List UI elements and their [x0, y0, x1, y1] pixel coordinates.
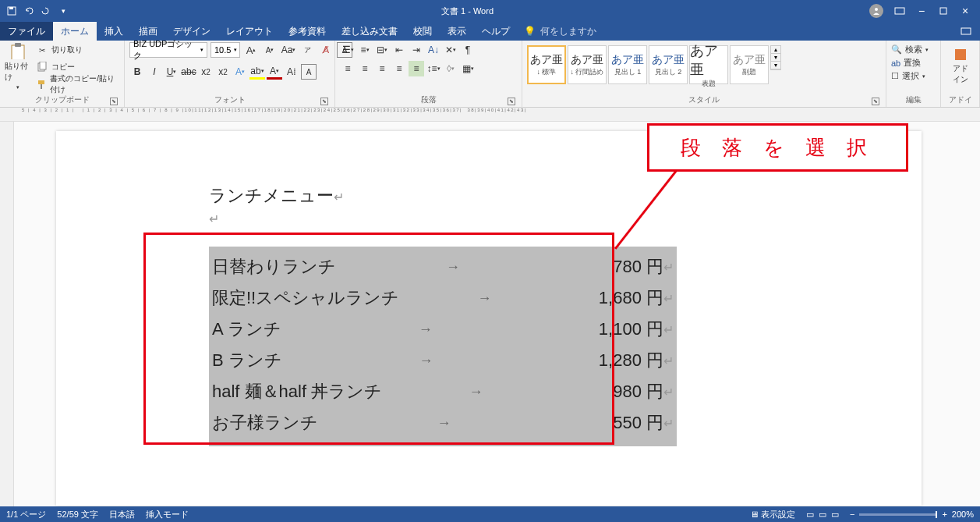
- style-heading2[interactable]: あア亜見出し 2: [649, 45, 688, 84]
- find-button[interactable]: 🔍検索▾: [891, 44, 929, 55]
- char-border-button[interactable]: A: [301, 64, 317, 80]
- align-right-button[interactable]: ≡: [374, 61, 390, 76]
- addins-button[interactable]: アド イン: [946, 42, 975, 91]
- highlight-button[interactable]: ab▾: [249, 64, 265, 80]
- shrink-font-button[interactable]: A▾: [262, 42, 278, 58]
- bold-button[interactable]: B: [129, 64, 145, 80]
- shading-button[interactable]: ◊▾: [443, 61, 458, 76]
- tab-help[interactable]: ヘルプ: [474, 22, 518, 41]
- style-no-spacing[interactable]: あア亜↓ 行間詰め: [568, 45, 607, 84]
- tab-layout[interactable]: レイアウト: [218, 22, 281, 41]
- menu-row: 限定!!スペシャルランチ→1,680 円↵: [212, 282, 674, 314]
- format-painter-button[interactable]: 書式のコピー/貼り付け: [34, 76, 119, 92]
- show-marks-button[interactable]: ¶: [460, 42, 476, 58]
- maximize-icon[interactable]: [938, 5, 949, 16]
- replace-button[interactable]: ab置換: [891, 57, 929, 69]
- bullets-button[interactable]: ☰▾: [340, 42, 356, 58]
- style-heading1[interactable]: あア亜見出し 1: [608, 45, 647, 84]
- font-color-button[interactable]: A▾: [267, 64, 282, 80]
- change-case-button[interactable]: Aa▾: [281, 42, 296, 58]
- borders-button[interactable]: ▦▾: [460, 61, 476, 76]
- cut-button[interactable]: ✂切り取り: [34, 42, 119, 58]
- status-page[interactable]: 1/1 ページ: [6, 509, 46, 520]
- paste-button[interactable]: 貼り付け ▾: [5, 42, 31, 91]
- close-icon[interactable]: ×: [960, 5, 971, 16]
- menu-row: A ランチ→1,100 円↵: [212, 314, 674, 345]
- align-center-button[interactable]: ≡: [357, 61, 373, 76]
- underline-button[interactable]: U▾: [164, 64, 179, 80]
- display-settings-button[interactable]: 🖥 表示設定: [750, 509, 795, 520]
- align-left-button[interactable]: ≡: [340, 61, 356, 76]
- font-dialog-launcher[interactable]: ⬊: [320, 98, 328, 105]
- paragraph-dialog-launcher[interactable]: ⬊: [508, 98, 515, 105]
- replace-icon: ab: [891, 59, 900, 68]
- zoom-level[interactable]: 200%: [952, 510, 974, 519]
- clear-formatting-button[interactable]: A̸: [318, 42, 334, 58]
- ribbon-display-icon[interactable]: [894, 5, 905, 16]
- svg-rect-10: [38, 80, 44, 84]
- tab-file[interactable]: ファイル: [0, 22, 53, 41]
- status-insert-mode[interactable]: 挿入モード: [146, 509, 189, 520]
- format-painter-label: 書式のコピー/貼り付け: [50, 73, 118, 95]
- tell-me[interactable]: 💡 何をしますか: [518, 22, 603, 41]
- increase-indent-button[interactable]: ⇥: [409, 42, 424, 58]
- tab-review[interactable]: 校閲: [405, 22, 440, 41]
- multilevel-button[interactable]: ⊟▾: [374, 42, 390, 58]
- selected-paragraph-block: 日替わりランチ→780 円↵ 限定!!スペシャルランチ→1,680 円↵ A ラ…: [209, 247, 677, 446]
- status-wordcount[interactable]: 52/59 文字: [57, 509, 98, 520]
- subscript-button[interactable]: x2: [198, 64, 214, 80]
- redo-icon[interactable]: [41, 5, 51, 16]
- copy-icon: [36, 61, 48, 73]
- line-spacing-button[interactable]: ↕≡▾: [426, 61, 441, 76]
- strikethrough-button[interactable]: abc: [181, 64, 196, 80]
- select-button[interactable]: ☐選択▾: [891, 70, 929, 82]
- phonetic-guide-button[interactable]: ア: [299, 42, 315, 58]
- tab-insert[interactable]: 挿入: [97, 22, 131, 41]
- group-styles-label: スタイル⬊: [527, 94, 881, 107]
- justify-button[interactable]: ≡: [391, 61, 407, 76]
- document-page[interactable]: ランチメニュー↵ ↵ 日替わりランチ→780 円↵ 限定!!スペシャルランチ→1…: [56, 131, 922, 506]
- status-language[interactable]: 日本語: [109, 509, 135, 520]
- decrease-indent-button[interactable]: ⇤: [391, 42, 407, 58]
- superscript-button[interactable]: x2: [215, 64, 231, 80]
- clipboard-dialog-launcher[interactable]: ⬊: [110, 98, 118, 105]
- menu-row: B ランチ→1,280 円↵: [212, 345, 674, 376]
- styles-scroll[interactable]: ▴▾▾: [770, 45, 781, 70]
- zoom-slider[interactable]: [859, 513, 937, 516]
- undo-icon[interactable]: [23, 5, 34, 16]
- zoom-out-button[interactable]: −: [850, 510, 854, 519]
- qat-more-icon[interactable]: ▾: [58, 5, 69, 16]
- font-size-select[interactable]: 10.5▾: [211, 42, 240, 58]
- font-name-select[interactable]: BIZ UDPゴシック▾: [129, 42, 207, 58]
- tab-references[interactable]: 参考資料: [281, 22, 334, 41]
- style-normal[interactable]: あア亜↓ 標準: [527, 45, 566, 84]
- horizontal-ruler[interactable]: 5 | 4 | 3 | 2 | 1 | | 1 | 2 | 3 | 4 | 5 …: [0, 108, 980, 122]
- sort-button[interactable]: A↓: [426, 42, 441, 58]
- copy-button[interactable]: コピー: [34, 59, 119, 75]
- save-icon[interactable]: [6, 5, 17, 16]
- italic-button[interactable]: I: [147, 64, 162, 80]
- account-icon[interactable]: [869, 4, 883, 18]
- view-print-icon[interactable]: ▭: [819, 510, 826, 520]
- view-read-icon[interactable]: ▭: [806, 510, 814, 520]
- char-shading-button[interactable]: A⁞: [284, 64, 299, 80]
- style-title[interactable]: あア亜表題: [689, 45, 728, 84]
- doc-title-line: ランチメニュー↵: [209, 184, 677, 208]
- vertical-ruler[interactable]: [0, 122, 14, 506]
- minimize-icon[interactable]: −: [916, 5, 927, 16]
- tab-mailings[interactable]: 差し込み文書: [334, 22, 405, 41]
- view-web-icon[interactable]: ▭: [831, 510, 839, 520]
- zoom-in-button[interactable]: +: [942, 510, 946, 519]
- tab-view[interactable]: 表示: [440, 22, 474, 41]
- styles-dialog-launcher[interactable]: ⬊: [872, 98, 879, 105]
- share-button[interactable]: [952, 22, 980, 41]
- tab-home[interactable]: ホーム: [53, 22, 97, 41]
- asian-layout-button[interactable]: ✕▾: [443, 42, 458, 58]
- font-size-value: 10.5: [214, 45, 231, 55]
- text-effects-button[interactable]: A▾: [232, 64, 248, 80]
- style-subtitle[interactable]: あア亜副題: [730, 45, 769, 84]
- grow-font-button[interactable]: A▴: [243, 42, 259, 58]
- numbering-button[interactable]: ≡▾: [357, 42, 373, 58]
- styles-gallery[interactable]: あア亜↓ 標準 あア亜↓ 行間詰め あア亜見出し 1 あア亜見出し 2 あア亜表…: [527, 42, 781, 84]
- distribute-button[interactable]: ≡: [409, 61, 424, 76]
